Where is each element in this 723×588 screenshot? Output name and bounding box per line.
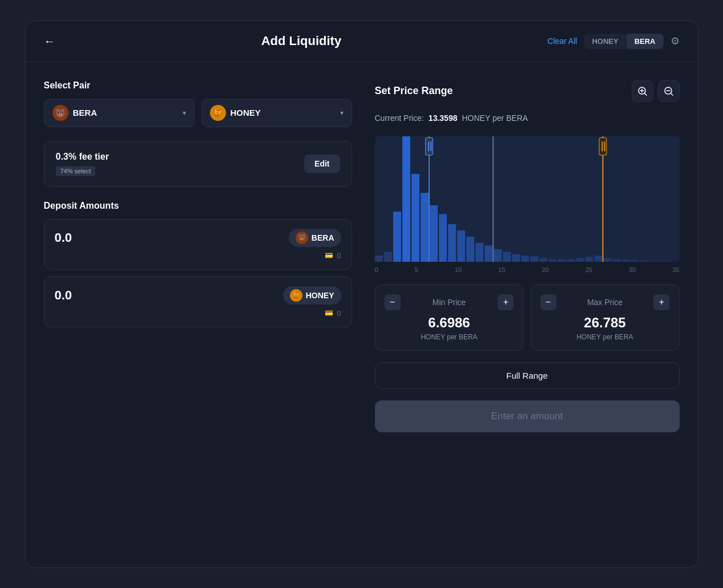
min-price-minus-button[interactable]: − xyxy=(385,294,401,310)
left-panel: Select Pair 🐻 BERA ▾ 🍯 HONE xyxy=(44,80,352,432)
honey-deposit-amount: 0.0 xyxy=(55,288,72,303)
fee-select-badge: 74% select xyxy=(56,166,96,176)
svg-line-5 xyxy=(671,93,673,95)
svg-rect-33 xyxy=(603,258,611,262)
svg-rect-18 xyxy=(466,237,474,262)
fee-tier-box: 0.3% fee tier 74% select Edit xyxy=(44,141,352,187)
svg-rect-32 xyxy=(594,256,602,262)
header-right: Clear All HONEY BERA ⚙ xyxy=(547,34,679,49)
svg-rect-29 xyxy=(567,259,575,261)
tab-bera[interactable]: BERA xyxy=(627,34,664,49)
header: ← Add Liquidity Clear All HONEY BERA ⚙ xyxy=(26,21,698,62)
honey-token-select[interactable]: 🍯 HONEY ▾ xyxy=(201,99,352,127)
max-price-minus-button[interactable]: − xyxy=(540,294,556,310)
bera-label: BERA xyxy=(73,108,98,117)
svg-rect-24 xyxy=(521,256,529,262)
bera-balance-value: 0 xyxy=(337,252,341,260)
select-pair-title: Select Pair xyxy=(44,80,352,91)
bera-deposit-box: 0.0 🐻 BERA 💳 0 xyxy=(44,219,352,270)
bera-select-left: 🐻 BERA xyxy=(52,105,98,121)
max-price-value: 26.785 xyxy=(540,315,670,331)
enter-amount-button: Enter an amount xyxy=(375,400,680,432)
min-price-header: − Min Price + xyxy=(385,294,514,310)
current-price-unit: HONEY per BERA xyxy=(462,113,528,123)
current-price-row: Current Price: 13.3598 HONEY per BERA xyxy=(375,113,680,123)
svg-rect-10 xyxy=(393,212,401,262)
svg-rect-22 xyxy=(503,252,511,262)
bera-deposit-top: 0.0 🐻 BERA xyxy=(55,229,341,247)
min-price-plus-button[interactable]: + xyxy=(498,294,514,310)
svg-rect-25 xyxy=(530,256,538,262)
svg-rect-28 xyxy=(558,259,566,261)
bera-deposit-badge: 🐻 BERA xyxy=(289,229,341,247)
x-label-30: 30 xyxy=(629,266,636,273)
honey-icon: 🍯 xyxy=(210,105,226,121)
svg-rect-15 xyxy=(439,214,447,262)
settings-button[interactable]: ⚙ xyxy=(671,35,680,47)
svg-rect-42 xyxy=(427,141,429,151)
svg-rect-21 xyxy=(494,249,502,262)
max-price-label: Max Price xyxy=(587,298,623,307)
min-price-box: − Min Price + 6.6986 HONEY per BERA xyxy=(375,285,524,351)
wallet-icon-bera: 💳 xyxy=(325,252,333,259)
deposit-section: Deposit Amounts 0.0 🐻 BERA 💳 0 xyxy=(44,201,352,334)
svg-rect-48 xyxy=(604,141,605,151)
liquidity-chart xyxy=(375,136,680,262)
honey-chevron-icon: ▾ xyxy=(340,109,344,117)
zoom-out-button[interactable] xyxy=(658,80,680,102)
svg-rect-13 xyxy=(421,193,429,262)
svg-rect-34 xyxy=(612,259,620,261)
page-title: Add Liquidity xyxy=(261,34,342,48)
max-price-header: − Max Price + xyxy=(540,294,670,310)
svg-rect-39 xyxy=(658,261,666,261)
deposit-title: Deposit Amounts xyxy=(44,201,352,211)
max-price-box: − Max Price + 26.785 HONEY per BERA xyxy=(531,285,680,351)
svg-rect-30 xyxy=(576,258,584,262)
max-price-plus-button[interactable]: + xyxy=(653,294,669,310)
min-price-label: Min Price xyxy=(433,298,466,307)
back-button[interactable]: ← xyxy=(44,35,55,48)
bera-deposit-name: BERA xyxy=(312,233,334,242)
svg-rect-8 xyxy=(375,256,383,262)
bera-deposit-amount: 0.0 xyxy=(55,230,72,245)
svg-rect-19 xyxy=(475,243,483,262)
svg-rect-17 xyxy=(457,230,465,262)
honey-deposit-badge: 🍯 HONEY xyxy=(283,286,341,305)
bera-chevron-icon: ▾ xyxy=(183,109,186,117)
tab-honey[interactable]: HONEY xyxy=(584,34,626,49)
fee-info: 0.3% fee tier 74% select xyxy=(56,152,109,176)
price-controls-row: − Min Price + 6.6986 HONEY per BERA − Ma… xyxy=(375,285,680,351)
min-price-value: 6.6986 xyxy=(385,315,514,331)
x-label-20: 20 xyxy=(542,266,548,273)
svg-rect-11 xyxy=(402,136,410,262)
bera-balance: 💳 0 xyxy=(55,252,341,260)
wallet-icon-honey: 💳 xyxy=(325,309,333,317)
svg-rect-14 xyxy=(430,205,438,262)
svg-rect-37 xyxy=(640,260,648,261)
full-range-button[interactable]: Full Range xyxy=(375,362,680,389)
svg-rect-31 xyxy=(585,257,593,262)
zoom-buttons xyxy=(632,80,680,102)
svg-rect-26 xyxy=(539,258,547,262)
svg-rect-16 xyxy=(448,224,456,262)
svg-rect-27 xyxy=(548,259,556,261)
svg-rect-44 xyxy=(492,136,494,262)
edit-fee-button[interactable]: Edit xyxy=(304,155,340,173)
svg-rect-7 xyxy=(375,136,680,262)
svg-rect-38 xyxy=(649,261,657,261)
svg-line-1 xyxy=(644,93,647,95)
select-pair-section: Select Pair 🐻 BERA ▾ 🍯 HONE xyxy=(44,80,352,127)
x-label-25: 25 xyxy=(585,266,592,273)
current-price-value: 13.3598 xyxy=(429,113,458,123)
clear-all-button[interactable]: Clear All xyxy=(547,37,577,46)
x-label-5: 5 xyxy=(415,266,418,273)
zoom-in-button[interactable] xyxy=(632,80,653,102)
token-tabs: HONEY BERA xyxy=(584,34,663,49)
honey-balance-value: 0 xyxy=(337,309,341,318)
bera-icon: 🐻 xyxy=(52,105,68,121)
x-label-10: 10 xyxy=(455,266,462,273)
svg-rect-23 xyxy=(512,254,520,261)
bera-token-select[interactable]: 🐻 BERA ▾ xyxy=(44,99,195,127)
svg-rect-43 xyxy=(430,141,431,151)
svg-rect-35 xyxy=(621,259,629,261)
